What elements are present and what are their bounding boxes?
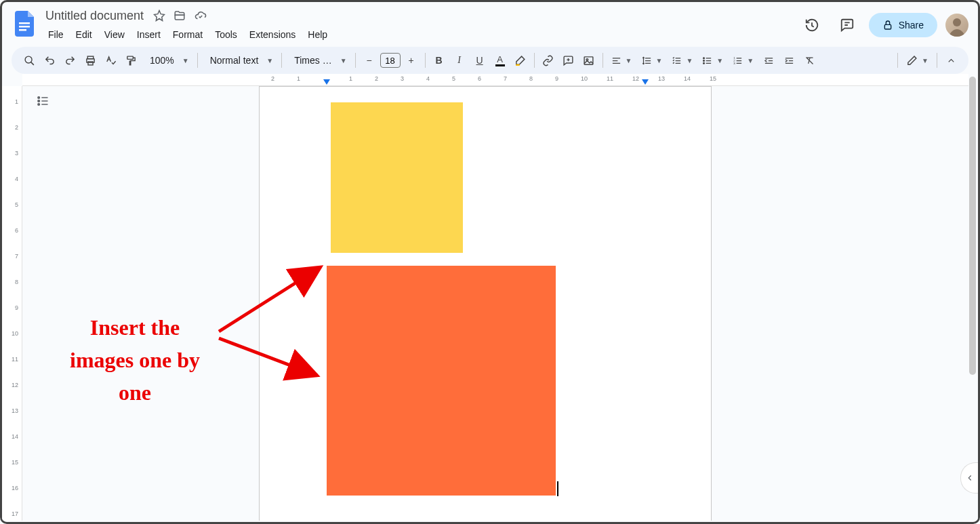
inserted-image-2[interactable] [327,266,556,496]
ruler-tick: 15 [710,75,716,82]
redo-icon[interactable] [60,51,79,70]
chevron-down-icon: ▼ [266,57,273,64]
menu-edit[interactable]: Edit [70,26,98,43]
ruler-tick: 4 [6,176,18,182]
vertical-scrollbar[interactable] [969,77,976,375]
menu-file[interactable]: File [43,26,69,43]
document-canvas: 12345678910111213141521 1234567891011121… [2,74,978,521]
insert-image-icon[interactable] [579,51,598,70]
search-icon[interactable] [20,51,39,70]
indent-marker-left[interactable] [323,79,330,85]
menu-tools[interactable]: Tools [209,26,243,43]
ruler-tick: 15 [6,459,18,466]
ruler-tick: 9 [6,304,18,311]
highlight-icon[interactable] [511,51,530,70]
svg-text:3: 3 [733,61,735,64]
svg-point-19 [38,100,40,102]
ruler-tick: 14 [6,433,18,440]
comments-icon[interactable] [834,12,861,39]
app-header: Untitled document File Edit View Insert … [2,2,978,44]
menu-format[interactable]: Format [167,26,208,43]
document-title[interactable]: Untitled document [43,7,146,24]
ruler-tick: 1 [297,75,300,82]
history-icon[interactable] [798,12,825,39]
spellcheck-icon[interactable] [101,51,120,70]
ruler-tick: 8 [6,279,18,285]
text-cursor [557,481,558,496]
menu-insert[interactable]: Insert [131,26,166,43]
chevron-down-icon: ▼ [340,57,347,64]
zoom-value: 100% [146,55,178,66]
clear-formatting-icon[interactable] [800,51,819,70]
increase-indent-icon[interactable] [779,51,798,70]
side-panel-expand-icon[interactable] [960,462,978,493]
title-area: Untitled document File Edit View Insert … [43,6,798,44]
font-value: Times … [290,55,335,66]
ruler-tick: 2 [375,75,378,82]
star-icon[interactable] [153,9,165,22]
undo-icon[interactable] [40,51,59,70]
inserted-image-1[interactable] [331,102,463,253]
lock-icon [882,20,893,31]
print-icon[interactable] [81,51,100,70]
menu-extensions[interactable]: Extensions [244,26,301,43]
share-label: Share [899,20,924,31]
cloud-status-icon[interactable] [194,9,207,22]
increase-font-icon[interactable]: + [402,51,421,70]
ruler-tick: 4 [426,75,430,82]
style-value: Normal text [206,55,263,66]
insert-link-icon[interactable] [539,51,558,70]
indent-marker-right[interactable] [642,79,649,85]
menu-view[interactable]: View [99,26,130,43]
ruler-tick: 6 [6,227,18,234]
svg-rect-3 [884,24,891,29]
italic-icon[interactable]: I [450,51,469,70]
annotation-text: Insert the images one by one [47,311,223,409]
account-avatar[interactable] [945,14,968,37]
text-color-icon[interactable]: A [491,51,510,70]
bulleted-list-dropdown[interactable]: ▼ [698,51,727,70]
separator [603,53,603,68]
ruler-tick: 5 [452,75,455,82]
line-spacing-dropdown[interactable]: ▼ [638,51,667,70]
share-button[interactable]: Share [869,13,937,37]
document-page[interactable] [259,86,712,521]
toolbar: 100%▼ Normal text▼ Times …▼ − 18 + B I U… [12,47,968,74]
chevron-down-icon: ▼ [922,57,928,64]
decrease-font-icon[interactable]: − [360,51,379,70]
ruler-tick: 3 [6,150,18,157]
chevron-down-icon: ▼ [716,57,723,64]
move-icon[interactable] [173,9,186,22]
numbered-list-dropdown[interactable]: 123▼ [729,51,758,70]
bold-icon[interactable]: B [430,51,449,70]
ruler-tick: 11 [6,356,18,363]
align-dropdown[interactable]: ▼ [607,51,636,70]
docs-logo-icon[interactable] [12,10,39,37]
paragraph-style-dropdown[interactable]: Normal text▼ [202,51,277,70]
horizontal-ruler[interactable]: 12345678910111213141521 [22,74,968,86]
underline-icon[interactable]: U [470,51,489,70]
paint-format-icon[interactable] [121,51,140,70]
checklist-dropdown[interactable]: ▼ [668,51,697,70]
menu-help[interactable]: Help [302,26,333,43]
document-outline-icon[interactable] [30,89,55,113]
ruler-tick: 13 [658,75,665,82]
chevron-down-icon: ▼ [182,57,189,64]
zoom-dropdown[interactable]: 100%▼ [142,51,193,70]
collapse-toolbar-icon[interactable] [941,51,960,70]
separator [425,53,426,68]
font-dropdown[interactable]: Times …▼ [286,51,350,70]
font-size-input[interactable]: 18 [380,53,401,68]
svg-rect-9 [127,56,133,59]
ruler-tick: 10 [581,75,588,82]
editing-mode-dropdown[interactable]: ▼ [902,51,933,70]
separator [937,53,937,68]
ruler-tick: 1 [6,98,18,105]
chevron-down-icon: ▼ [656,57,663,64]
ruler-tick: 7 [504,75,507,82]
decrease-indent-icon[interactable] [759,51,778,70]
vertical-ruler[interactable]: 1234567891011121314151617 [2,86,22,521]
chevron-down-icon: ▼ [747,57,754,64]
menu-bar: File Edit View Insert Format Tools Exten… [43,25,798,44]
add-comment-icon[interactable] [559,51,578,70]
